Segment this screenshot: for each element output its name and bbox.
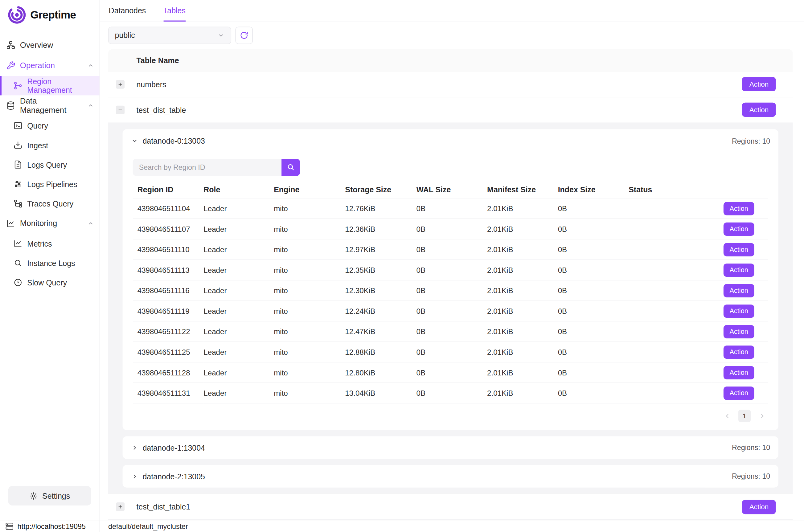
sidebar-item-monitoring[interactable]: Monitoring [0, 213, 100, 234]
server-icon [5, 522, 14, 530]
query-icon [13, 121, 22, 130]
sidebar-item-label: Logs Pipelines [27, 180, 77, 188]
index-size-cell: 0B [558, 218, 629, 239]
region-table: Region ID Role Engine Storage Size WAL S… [133, 180, 768, 403]
sidebar-item-metrics[interactable]: Metrics [0, 234, 100, 253]
region-action-button[interactable]: Action [724, 243, 754, 256]
storage-size-cell: 12.88KiB [345, 342, 416, 362]
region-table-row: 4398046511128 Leader mito 12.80KiB 0B 2.… [133, 362, 768, 383]
sidebar-item-region-management[interactable]: Region Management [0, 76, 100, 95]
region-action-button[interactable]: Action [724, 366, 754, 379]
tables-panel: Table Name numbers Action test_dist_tabl… [108, 49, 792, 520]
sidebar-item-logs-pipelines[interactable]: Logs Pipelines [0, 174, 100, 194]
sidebar-item-instance-logs[interactable]: Instance Logs [0, 253, 100, 273]
sidebar-item-label: Ingest [27, 141, 48, 150]
manifest-size-cell: 2.01KiB [487, 362, 558, 383]
region-search-button[interactable] [282, 159, 300, 176]
schema-select[interactable]: public [108, 26, 231, 44]
sidebar-item-data-management[interactable]: Data Management [0, 95, 100, 116]
datanode-name: datanode-1:13004 [142, 443, 205, 452]
region-table-row: 4398046511122 Leader mito 12.47KiB 0B 2.… [133, 321, 768, 342]
region-search-input[interactable] [133, 159, 282, 176]
sidebar-item-ingest[interactable]: Ingest [0, 135, 100, 155]
sidebar-item-overview[interactable]: Overview [0, 35, 100, 56]
datanode-header[interactable]: datanode-2:13005 Regions: 10 [123, 465, 779, 488]
sidebar-item-label: Metrics [27, 239, 52, 248]
region-action-cell: Action [712, 198, 768, 219]
wal-size-cell: 0B [417, 301, 487, 322]
region-action-button[interactable]: Action [724, 325, 754, 338]
tab-tables[interactable]: Tables [164, 0, 186, 21]
engine-cell: mito [274, 218, 345, 239]
expand-button[interactable] [116, 80, 125, 89]
datanode-header[interactable]: datanode-1:13004 Regions: 10 [123, 436, 779, 459]
region-action-button[interactable]: Action [724, 304, 754, 318]
region-action-button[interactable]: Action [724, 263, 754, 277]
region-action-button[interactable]: Action [724, 345, 754, 359]
refresh-button[interactable] [235, 26, 253, 44]
sidebar-item-logs-query[interactable]: Logs Query [0, 155, 100, 174]
sidebar-item-query[interactable]: Query [0, 116, 100, 135]
region-action-button[interactable]: Action [724, 202, 754, 215]
region-action-button[interactable]: Action [724, 386, 754, 399]
storage-size-cell: 12.30KiB [345, 280, 416, 301]
datanode-card-2: datanode-2:13005 Regions: 10 [123, 465, 779, 488]
sidebar-item-traces-query[interactable]: Traces Query [0, 194, 100, 213]
table-name: test_dist_table1 [136, 502, 190, 511]
status-cell [629, 321, 711, 342]
chevron-up-icon [87, 102, 94, 109]
datanode-card-1: datanode-1:13004 Regions: 10 [123, 436, 779, 459]
status-url: http://localhost:19095 [18, 522, 86, 530]
region-action-button[interactable]: Action [724, 284, 754, 297]
datanode-header[interactable]: datanode-0:13003 Regions: 10 [123, 129, 779, 153]
chevron-down-icon [131, 137, 138, 145]
role-cell: Leader [204, 321, 274, 342]
region-search [133, 159, 768, 176]
table-action-button[interactable]: Action [742, 77, 776, 91]
expand-button[interactable] [116, 502, 125, 511]
previous-page-button[interactable] [721, 410, 733, 422]
sidebar-item-slow-query[interactable]: Slow Query [0, 273, 100, 292]
storage-size-cell: 12.80KiB [345, 362, 416, 383]
page-number-button[interactable]: 1 [738, 410, 751, 422]
column-header-region-id: Region ID [133, 180, 204, 198]
table-action-button[interactable]: Action [742, 500, 776, 514]
column-header-role: Role [204, 180, 274, 198]
wal-size-cell: 0B [417, 239, 487, 260]
brand-name: Greptime [30, 8, 76, 21]
engine-cell: mito [274, 362, 345, 383]
tab-bar: Datanodes Tables [100, 0, 804, 22]
sidebar-item-operation[interactable]: Operation [0, 56, 100, 76]
tab-datanodes[interactable]: Datanodes [109, 0, 146, 21]
table-row-test-dist-table1: test_dist_table1 Action [108, 494, 792, 520]
wal-size-cell: 0B [417, 280, 487, 301]
settings-button[interactable]: Settings [8, 486, 91, 506]
table-action-button[interactable]: Action [742, 103, 776, 117]
sidebar-nav: Overview Operation Region Management Dat… [0, 28, 100, 486]
collapse-button[interactable] [116, 106, 125, 114]
manifest-size-cell: 2.01KiB [487, 198, 558, 219]
region-action-cell: Action [712, 301, 768, 322]
tab-label: Tables [164, 6, 186, 15]
engine-cell: mito [274, 383, 345, 403]
storage-size-cell: 12.24KiB [345, 301, 416, 322]
next-page-button[interactable] [756, 410, 768, 422]
index-size-cell: 0B [558, 260, 629, 280]
chevron-right-icon [131, 444, 138, 452]
index-size-cell: 0B [558, 362, 629, 383]
region-table-row: 4398046511125 Leader mito 12.88KiB 0B 2.… [133, 342, 768, 362]
main-content: Datanodes Tables public Table Name [100, 0, 804, 520]
manifest-size-cell: 2.01KiB [487, 239, 558, 260]
sidebar: Greptime Overview Operation Region Manag… [0, 0, 100, 520]
column-header-status: Status [629, 180, 711, 198]
column-header-index-size: Index Size [558, 180, 629, 198]
table-name-header-label: Table Name [136, 56, 179, 64]
region-action-cell: Action [712, 239, 768, 260]
region-table-header-row: Region ID Role Engine Storage Size WAL S… [133, 180, 768, 198]
status-cluster: default/default_mycluster [100, 522, 188, 530]
manifest-size-cell: 2.01KiB [487, 280, 558, 301]
index-size-cell: 0B [558, 239, 629, 260]
storage-size-cell: 12.76KiB [345, 198, 416, 219]
region-action-button[interactable]: Action [724, 222, 754, 235]
role-cell: Leader [204, 260, 274, 280]
